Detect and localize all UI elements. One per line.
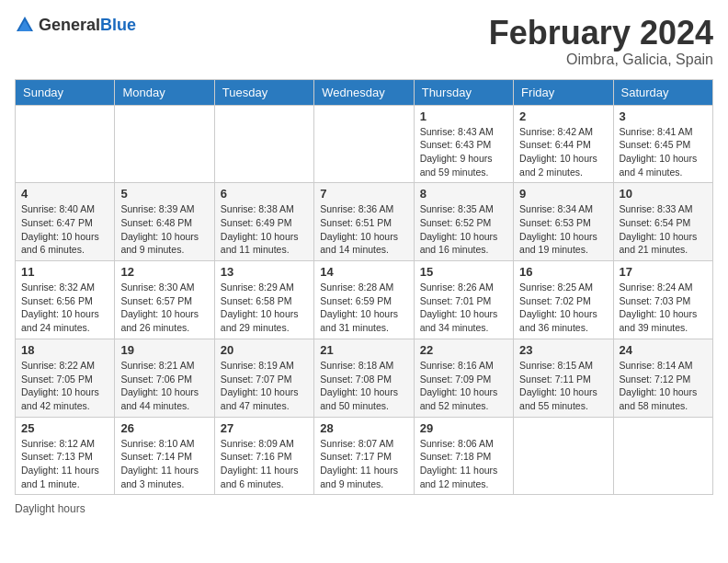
day-number: 5 — [120, 187, 208, 201]
calendar-week-row: 4Sunrise: 8:40 AM Sunset: 6:47 PM Daylig… — [16, 183, 713, 261]
day-info: Sunrise: 8:21 AM Sunset: 7:06 PM Dayligh… — [120, 359, 208, 413]
day-info: Sunrise: 8:10 AM Sunset: 7:14 PM Dayligh… — [120, 437, 208, 491]
calendar-week-row: 18Sunrise: 8:22 AM Sunset: 7:05 PM Dayli… — [16, 339, 713, 417]
day-info: Sunrise: 8:38 AM Sunset: 6:49 PM Dayligh… — [221, 202, 308, 257]
day-info: Sunrise: 8:43 AM Sunset: 6:43 PM Dayligh… — [420, 125, 507, 179]
calendar-cell: 12Sunrise: 8:30 AM Sunset: 6:57 PM Dayli… — [115, 261, 214, 339]
day-info: Sunrise: 8:33 AM Sunset: 6:54 PM Dayligh… — [620, 202, 707, 257]
calendar-cell: 17Sunrise: 8:24 AM Sunset: 7:03 PM Dayli… — [613, 261, 712, 339]
daylight-label: Daylight hours — [15, 502, 85, 515]
calendar-cell: 2Sunrise: 8:42 AM Sunset: 6:44 PM Daylig… — [514, 105, 613, 183]
calendar-cell: 11Sunrise: 8:32 AM Sunset: 6:56 PM Dayli… — [16, 261, 115, 339]
logo: GeneralBlue — [15, 15, 136, 35]
calendar-cell: 19Sunrise: 8:21 AM Sunset: 7:06 PM Dayli… — [115, 339, 214, 417]
day-number: 21 — [320, 343, 407, 357]
calendar-cell: 1Sunrise: 8:43 AM Sunset: 6:43 PM Daylig… — [414, 105, 513, 183]
col-header-thursday: Thursday — [414, 79, 513, 105]
calendar-cell: 6Sunrise: 8:38 AM Sunset: 6:49 PM Daylig… — [214, 183, 313, 261]
calendar-cell — [214, 105, 313, 183]
logo-blue: Blue — [100, 16, 136, 34]
col-header-monday: Monday — [115, 79, 214, 105]
day-number: 2 — [519, 109, 607, 123]
calendar-cell: 23Sunrise: 8:15 AM Sunset: 7:11 PM Dayli… — [514, 339, 613, 417]
day-info: Sunrise: 8:28 AM Sunset: 6:59 PM Dayligh… — [320, 281, 407, 335]
calendar-cell: 14Sunrise: 8:28 AM Sunset: 6:59 PM Dayli… — [314, 261, 414, 339]
calendar-cell — [613, 417, 712, 495]
day-info: Sunrise: 8:18 AM Sunset: 7:08 PM Dayligh… — [320, 359, 407, 413]
day-number: 27 — [221, 421, 308, 435]
header: GeneralBlue February 2024 Oimbra, Galici… — [15, 15, 713, 68]
calendar-cell: 21Sunrise: 8:18 AM Sunset: 7:08 PM Dayli… — [314, 339, 414, 417]
day-info: Sunrise: 8:29 AM Sunset: 6:58 PM Dayligh… — [221, 281, 308, 335]
day-info: Sunrise: 8:19 AM Sunset: 7:07 PM Dayligh… — [221, 359, 308, 413]
logo-general: General — [39, 16, 100, 34]
day-number: 3 — [620, 109, 707, 123]
day-number: 13 — [221, 265, 308, 279]
calendar-cell — [16, 105, 115, 183]
day-number: 12 — [120, 265, 208, 279]
day-info: Sunrise: 8:30 AM Sunset: 6:57 PM Dayligh… — [120, 281, 208, 335]
day-number: 15 — [420, 265, 507, 279]
day-info: Sunrise: 8:06 AM Sunset: 7:18 PM Dayligh… — [420, 437, 507, 491]
day-number: 16 — [519, 265, 607, 279]
day-info: Sunrise: 8:26 AM Sunset: 7:01 PM Dayligh… — [420, 281, 507, 335]
calendar-cell: 28Sunrise: 8:07 AM Sunset: 7:17 PM Dayli… — [314, 417, 414, 495]
day-number: 14 — [320, 265, 407, 279]
calendar-cell: 26Sunrise: 8:10 AM Sunset: 7:14 PM Dayli… — [115, 417, 214, 495]
calendar-week-row: 25Sunrise: 8:12 AM Sunset: 7:13 PM Dayli… — [16, 417, 713, 495]
day-number: 29 — [420, 421, 507, 435]
col-header-saturday: Saturday — [613, 79, 712, 105]
day-number: 19 — [120, 343, 208, 357]
calendar-title: February 2024 — [489, 15, 713, 52]
day-info: Sunrise: 8:32 AM Sunset: 6:56 PM Dayligh… — [21, 281, 108, 335]
col-header-tuesday: Tuesday — [214, 79, 313, 105]
day-number: 24 — [620, 343, 707, 357]
col-header-sunday: Sunday — [16, 79, 115, 105]
day-info: Sunrise: 8:09 AM Sunset: 7:16 PM Dayligh… — [221, 437, 308, 491]
calendar-cell: 15Sunrise: 8:26 AM Sunset: 7:01 PM Dayli… — [414, 261, 513, 339]
calendar-header-row: SundayMondayTuesdayWednesdayThursdayFrid… — [16, 79, 713, 105]
day-info: Sunrise: 8:42 AM Sunset: 6:44 PM Dayligh… — [519, 125, 607, 179]
calendar-cell: 22Sunrise: 8:16 AM Sunset: 7:09 PM Dayli… — [414, 339, 513, 417]
day-info: Sunrise: 8:35 AM Sunset: 6:52 PM Dayligh… — [420, 202, 507, 257]
logo-text: GeneralBlue — [39, 16, 136, 35]
day-number: 4 — [21, 187, 108, 201]
calendar-cell: 25Sunrise: 8:12 AM Sunset: 7:13 PM Dayli… — [16, 417, 115, 495]
day-info: Sunrise: 8:22 AM Sunset: 7:05 PM Dayligh… — [21, 359, 108, 413]
calendar-location: Oimbra, Galicia, Spain — [489, 52, 713, 68]
day-info: Sunrise: 8:41 AM Sunset: 6:45 PM Dayligh… — [620, 125, 707, 179]
calendar-cell: 7Sunrise: 8:36 AM Sunset: 6:51 PM Daylig… — [314, 183, 414, 261]
day-number: 6 — [221, 187, 308, 201]
calendar-cell: 10Sunrise: 8:33 AM Sunset: 6:54 PM Dayli… — [613, 183, 712, 261]
footer-note: Daylight hours — [15, 502, 713, 515]
calendar-cell: 3Sunrise: 8:41 AM Sunset: 6:45 PM Daylig… — [613, 105, 712, 183]
day-number: 23 — [519, 343, 607, 357]
calendar-cell: 9Sunrise: 8:34 AM Sunset: 6:53 PM Daylig… — [514, 183, 613, 261]
day-info: Sunrise: 8:36 AM Sunset: 6:51 PM Dayligh… — [320, 202, 407, 257]
day-number: 26 — [120, 421, 208, 435]
col-header-wednesday: Wednesday — [314, 79, 414, 105]
day-number: 10 — [620, 187, 707, 201]
calendar-cell: 4Sunrise: 8:40 AM Sunset: 6:47 PM Daylig… — [16, 183, 115, 261]
calendar-cell: 18Sunrise: 8:22 AM Sunset: 7:05 PM Dayli… — [16, 339, 115, 417]
day-number: 20 — [221, 343, 308, 357]
calendar-cell: 13Sunrise: 8:29 AM Sunset: 6:58 PM Dayli… — [214, 261, 313, 339]
day-number: 1 — [420, 109, 507, 123]
calendar-cell — [314, 105, 414, 183]
calendar-cell: 27Sunrise: 8:09 AM Sunset: 7:16 PM Dayli… — [214, 417, 313, 495]
day-info: Sunrise: 8:34 AM Sunset: 6:53 PM Dayligh… — [519, 202, 607, 257]
day-info: Sunrise: 8:16 AM Sunset: 7:09 PM Dayligh… — [420, 359, 507, 413]
calendar-cell: 24Sunrise: 8:14 AM Sunset: 7:12 PM Dayli… — [613, 339, 712, 417]
day-number: 17 — [620, 265, 707, 279]
day-number: 28 — [320, 421, 407, 435]
calendar-cell: 5Sunrise: 8:39 AM Sunset: 6:48 PM Daylig… — [115, 183, 214, 261]
day-number: 25 — [21, 421, 108, 435]
title-area: February 2024 Oimbra, Galicia, Spain — [489, 15, 713, 68]
day-number: 22 — [420, 343, 507, 357]
logo-icon — [15, 15, 35, 35]
calendar-cell — [514, 417, 613, 495]
day-info: Sunrise: 8:25 AM Sunset: 7:02 PM Dayligh… — [519, 281, 607, 335]
day-info: Sunrise: 8:24 AM Sunset: 7:03 PM Dayligh… — [620, 281, 707, 335]
day-number: 7 — [320, 187, 407, 201]
day-info: Sunrise: 8:15 AM Sunset: 7:11 PM Dayligh… — [519, 359, 607, 413]
